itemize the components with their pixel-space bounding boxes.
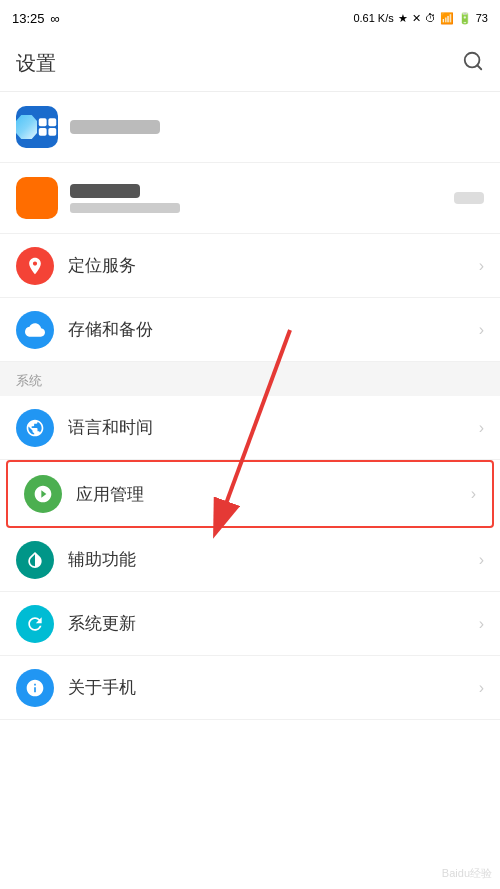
status-time: 13:25 bbox=[12, 11, 45, 26]
chevron-icon: › bbox=[479, 321, 484, 339]
status-right: 0.61 K/s ★ ✕ ⏱ 📶 🔋 73 bbox=[353, 12, 488, 25]
language-item[interactable]: 语言和时间 › bbox=[0, 396, 500, 460]
status-bar: 13:25 ∞ 0.61 K/s ★ ✕ ⏱ 📶 🔋 73 bbox=[0, 0, 500, 36]
app-name-1 bbox=[70, 120, 484, 134]
location-item[interactable]: 定位服务 › bbox=[0, 234, 500, 298]
language-label: 语言和时间 bbox=[68, 416, 465, 439]
system-update-label: 系统更新 bbox=[68, 612, 465, 635]
wifi-icon: 📶 bbox=[440, 12, 454, 25]
apps-icon bbox=[24, 475, 62, 513]
network-speed: 0.61 K/s bbox=[353, 12, 393, 24]
info-icon bbox=[16, 669, 54, 707]
bluetooth-icon: ★ bbox=[398, 12, 408, 25]
app-value-2 bbox=[454, 192, 484, 204]
svg-rect-5 bbox=[48, 128, 56, 136]
svg-rect-4 bbox=[39, 128, 47, 136]
signal-icon: ✕ bbox=[412, 12, 421, 25]
status-infinity: ∞ bbox=[51, 11, 60, 26]
clock-icon: ⏱ bbox=[425, 12, 436, 24]
svg-rect-3 bbox=[48, 118, 56, 126]
chevron-icon: › bbox=[479, 679, 484, 697]
app-name-2 bbox=[70, 184, 442, 213]
location-icon bbox=[16, 247, 54, 285]
chevron-icon: › bbox=[471, 485, 476, 503]
hand-icon bbox=[16, 541, 54, 579]
chevron-icon: › bbox=[479, 615, 484, 633]
storage-item[interactable]: 存储和备份 › bbox=[0, 298, 500, 362]
battery-level: 73 bbox=[476, 12, 488, 24]
about-phone-label: 关于手机 bbox=[68, 676, 465, 699]
about-phone-item[interactable]: 关于手机 › bbox=[0, 656, 500, 720]
chevron-icon: › bbox=[479, 551, 484, 569]
watermark: Baidu经验 bbox=[442, 866, 492, 881]
app-header: 设置 bbox=[0, 36, 500, 92]
cloud-icon bbox=[16, 311, 54, 349]
app-management-item[interactable]: 应用管理 › bbox=[6, 460, 494, 528]
app-item-2[interactable] bbox=[0, 163, 500, 234]
system-update-item[interactable]: 系统更新 › bbox=[0, 592, 500, 656]
refresh-icon bbox=[16, 605, 54, 643]
status-left: 13:25 ∞ bbox=[12, 11, 60, 26]
accessibility-label: 辅助功能 bbox=[68, 548, 465, 571]
page-title: 设置 bbox=[16, 50, 56, 77]
chevron-icon: › bbox=[479, 419, 484, 437]
location-label: 定位服务 bbox=[68, 254, 465, 277]
globe-icon bbox=[16, 409, 54, 447]
app-item-1[interactable] bbox=[0, 92, 500, 163]
search-icon[interactable] bbox=[462, 50, 484, 78]
app-management-label: 应用管理 bbox=[76, 483, 457, 506]
storage-label: 存储和备份 bbox=[68, 318, 465, 341]
system-section-header: 系统 bbox=[0, 362, 500, 396]
battery-icon: 🔋 bbox=[458, 12, 472, 25]
accessibility-item[interactable]: 辅助功能 › bbox=[0, 528, 500, 592]
app-icon-blue bbox=[16, 106, 58, 148]
chevron-icon: › bbox=[479, 257, 484, 275]
app-icon-orange bbox=[16, 177, 58, 219]
svg-rect-2 bbox=[39, 118, 47, 126]
svg-line-1 bbox=[477, 65, 481, 69]
app-management-inner[interactable]: 应用管理 › bbox=[8, 462, 492, 526]
